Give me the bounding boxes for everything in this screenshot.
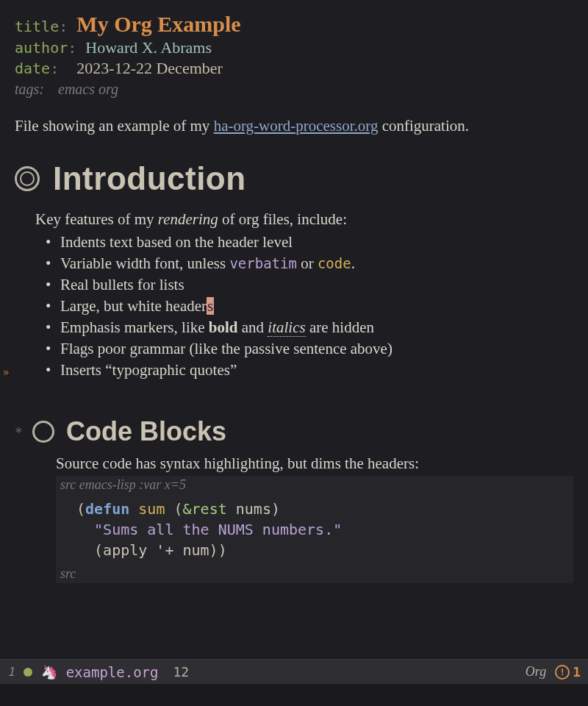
- text-cursor: s: [207, 297, 214, 315]
- src-intro-paragraph: Source code has syntax highlighting, but…: [56, 454, 573, 473]
- intro-paragraph: File showing an example of my ha-org-wor…: [15, 117, 573, 135]
- features-lead: Key features of my rendering of org file…: [35, 210, 573, 229]
- meta-title-line: title: My Org Example: [15, 12, 573, 37]
- list-item: Indents text based on the header level: [46, 233, 573, 252]
- meta-key-tags: tags:: [15, 81, 44, 97]
- meta-date-line: date: 2023-12-22 December: [15, 59, 573, 78]
- heading-1-text: Introduction: [53, 160, 246, 197]
- list-item: Variable width font, unless verbatim or …: [46, 254, 573, 273]
- document-tags: emacs org: [58, 81, 118, 97]
- org-star-marker: *: [15, 424, 21, 440]
- list-item: Real bullets for lists: [46, 276, 573, 294]
- workspace-number[interactable]: 1: [7, 665, 15, 679]
- list-item: Flags poor grammar (like the passive sen…: [46, 340, 573, 358]
- document-title: My Org Example: [76, 12, 240, 36]
- heading-2-text: Code Blocks: [66, 416, 226, 447]
- fringe-indicator-icon: »: [3, 366, 9, 378]
- heading-bullet-icon: [32, 421, 54, 443]
- minibuffer[interactable]: [0, 684, 588, 706]
- code-text: code: [318, 255, 351, 271]
- modified-indicator-icon: [24, 668, 32, 677]
- heading-code-blocks: * Code Blocks: [15, 416, 573, 447]
- modeline[interactable]: 1 🦄 example.org 12 Org ! 1: [0, 659, 588, 684]
- flycheck-warning[interactable]: ! 1: [555, 664, 581, 680]
- features-list: Indents text based on the header level V…: [46, 233, 573, 379]
- config-link[interactable]: ha-org-word-processor.org: [214, 117, 379, 135]
- heading-introduction: Introduction: [15, 160, 573, 197]
- src-block-body: (defun sum (&rest nums) "Sums all the NU…: [56, 494, 573, 565]
- list-item: Large, but white headers: [46, 297, 573, 315]
- list-item: Inserts “typographic quotes”: [46, 361, 573, 379]
- line-number: 12: [173, 664, 189, 680]
- meta-tags-line: tags: emacs org: [15, 81, 573, 98]
- editor-buffer[interactable]: title: My Org Example author: Howard X. …: [0, 0, 588, 658]
- meta-author-line: author: Howard X. Abrams: [15, 38, 573, 57]
- verbatim-text: verbatim: [229, 255, 297, 271]
- warning-count: 1: [573, 664, 581, 680]
- meta-key-author: author: [15, 39, 68, 57]
- src-block-footer: src: [56, 565, 573, 583]
- document-date: 2023-12-22 December: [76, 59, 223, 77]
- src-block-header: src emacs-lisp :var x=5: [56, 476, 573, 494]
- unicorn-icon: 🦄: [41, 664, 57, 680]
- heading-bullet-icon: [15, 166, 40, 191]
- major-mode[interactable]: Org: [526, 664, 546, 680]
- buffer-filename[interactable]: example.org: [66, 664, 159, 680]
- meta-key-date: date: [15, 60, 50, 77]
- list-item: Emphasis markers, like bold and italics …: [46, 318, 573, 337]
- warning-icon: !: [555, 665, 570, 680]
- meta-key-title: title: [15, 18, 59, 35]
- document-author: Howard X. Abrams: [85, 38, 212, 57]
